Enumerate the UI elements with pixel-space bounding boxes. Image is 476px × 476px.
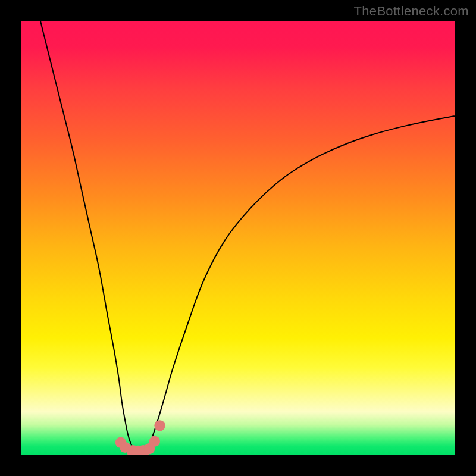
curve-right-curve [140, 116, 455, 455]
chart-stage: TheBottleneck.com [0, 0, 476, 476]
watermark-text: TheBottleneck.com [354, 4, 469, 19]
valley-marker-6 [149, 436, 160, 446]
curve-layer [21, 21, 455, 455]
curve-left-curve [40, 21, 140, 455]
valley-marker-7 [154, 420, 165, 431]
plot-area [21, 21, 455, 455]
